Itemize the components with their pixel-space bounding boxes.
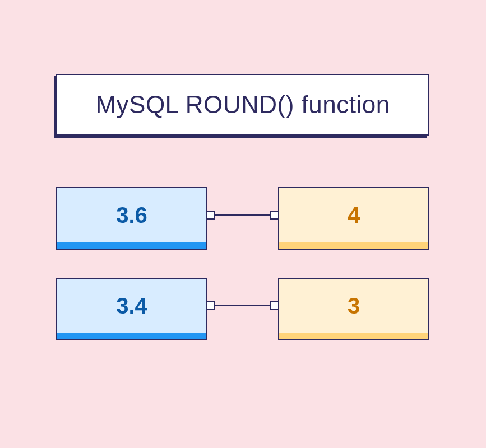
input-value: 3.6 bbox=[116, 203, 147, 228]
diagram-title: MySQL ROUND() function bbox=[95, 91, 390, 119]
example-row-2: 3.4 3 bbox=[56, 278, 429, 334]
input-box: 3.4 bbox=[56, 278, 207, 334]
connector-line bbox=[207, 305, 278, 306]
connector-line bbox=[207, 214, 278, 216]
title-box: MySQL ROUND() function bbox=[56, 74, 429, 136]
output-value: 4 bbox=[348, 203, 360, 228]
connector-peg-left bbox=[206, 211, 215, 220]
example-row-1: 3.6 4 bbox=[56, 187, 429, 243]
output-value: 3 bbox=[348, 293, 360, 319]
input-value: 3.4 bbox=[116, 293, 147, 319]
input-box: 3.6 bbox=[56, 187, 207, 243]
output-box: 3 bbox=[278, 278, 429, 334]
connector-peg-left bbox=[206, 301, 215, 310]
output-box: 4 bbox=[278, 187, 429, 243]
